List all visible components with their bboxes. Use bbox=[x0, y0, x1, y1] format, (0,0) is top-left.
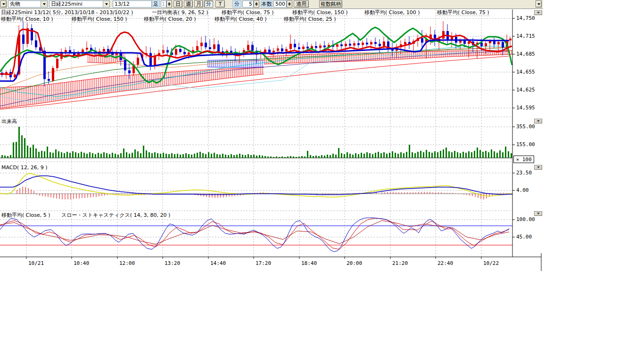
period-tick-button[interactable]: T bbox=[215, 0, 225, 8]
dropdown-arrow-icon bbox=[537, 213, 540, 214]
pane-scale-dropdown-button[interactable] bbox=[534, 10, 542, 15]
chart-canvas bbox=[0, 0, 644, 362]
toolbar-dropdown-button[interactable] bbox=[0, 0, 7, 8]
bar-count-label: 本数 bbox=[261, 0, 272, 8]
symbol-value: 日経225mini bbox=[50, 0, 103, 8]
chart-application-window: 先物 日経225mini 13/12 足 1 日 週 月 分 T 分 5 本数 … bbox=[0, 0, 644, 362]
category-combobox[interactable]: 先物 bbox=[8, 0, 48, 8]
dropdown-arrow-icon bbox=[537, 12, 540, 14]
dropdown-arrow-icon bbox=[2, 3, 5, 5]
bar-count-input[interactable]: 500 bbox=[273, 0, 287, 8]
apply-button[interactable]: 適用 bbox=[294, 0, 309, 8]
bar-type-label: 足 bbox=[152, 0, 160, 8]
period-month-button[interactable]: 月 bbox=[194, 0, 203, 8]
dropdown-arrow-icon bbox=[537, 166, 540, 168]
period-week-button[interactable]: 週 bbox=[184, 0, 193, 8]
contract-month-value: 13/12 bbox=[113, 1, 151, 7]
bar-interval-spinner[interactable] bbox=[166, 0, 172, 8]
minute-spinner[interactable] bbox=[254, 0, 259, 8]
chevron-down-icon[interactable] bbox=[103, 1, 109, 7]
bar-interval-input[interactable]: 1 bbox=[161, 0, 166, 8]
pane-scale-dropdown-button[interactable] bbox=[534, 211, 542, 216]
minute-input[interactable]: 5 bbox=[242, 0, 254, 8]
symbol-combobox[interactable]: 日経225mini bbox=[49, 0, 110, 8]
category-value: 先物 bbox=[8, 0, 41, 8]
bar-count-spinner[interactable] bbox=[287, 0, 292, 8]
toolbar-overflow-button[interactable] bbox=[536, 0, 542, 8]
minute-label: 分 bbox=[232, 0, 241, 8]
multi-symbol-button[interactable]: 複数銘柄 bbox=[319, 0, 342, 8]
chevron-down-icon[interactable] bbox=[41, 1, 47, 7]
pane-scale-dropdown-button[interactable] bbox=[534, 165, 542, 170]
dropdown-arrow-icon bbox=[537, 120, 540, 122]
dropdown-arrow-icon bbox=[537, 3, 540, 5]
period-day-button[interactable]: 日 bbox=[173, 0, 182, 8]
toolbar: 先物 日経225mini 13/12 足 1 日 週 月 分 T 分 5 本数 … bbox=[0, 0, 543, 9]
period-minute-button[interactable]: 分 bbox=[204, 0, 213, 8]
pane-scale-dropdown-button[interactable] bbox=[534, 119, 542, 123]
